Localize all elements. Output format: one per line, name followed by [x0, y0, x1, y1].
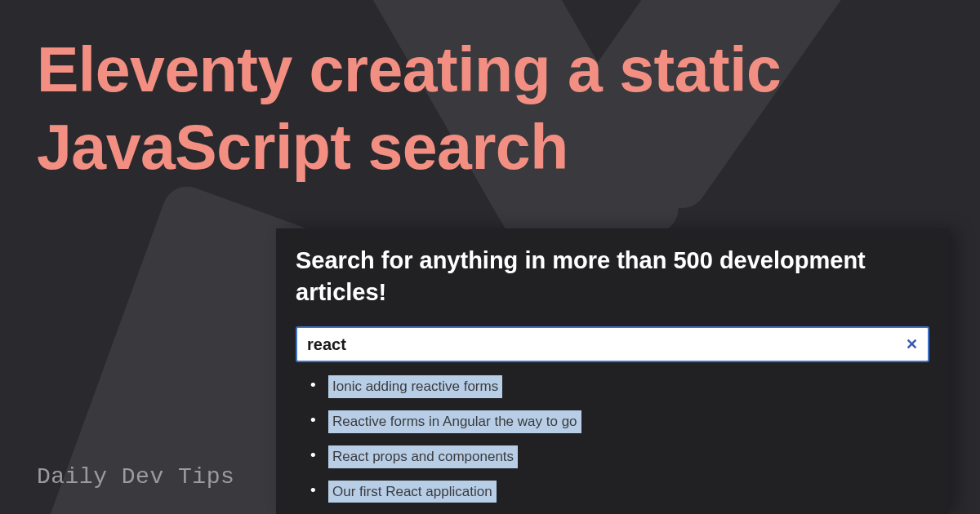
search-input[interactable] [296, 326, 929, 362]
result-link[interactable]: Reactive forms in Angular the way to go [328, 410, 581, 433]
result-link[interactable]: Ionic adding reactive forms [328, 375, 502, 398]
clear-search-button[interactable]: ✕ [898, 330, 925, 358]
result-link[interactable]: React props and components [328, 445, 518, 468]
close-icon: ✕ [906, 335, 918, 353]
list-item: Our first React application [328, 481, 929, 503]
search-results-list: Ionic adding reactive forms Reactive for… [296, 370, 929, 503]
page-title: Eleventy creating a static JavaScript se… [37, 31, 931, 187]
site-name: Daily Dev Tips [37, 464, 234, 490]
result-link[interactable]: Our first React application [328, 481, 497, 503]
search-card: Search for anything in more than 500 dev… [276, 228, 949, 514]
search-input-wrapper: ✕ [296, 326, 929, 362]
search-heading: Search for anything in more than 500 dev… [296, 245, 929, 308]
list-item: Reactive forms in Angular the way to go [328, 410, 929, 433]
list-item: Ionic adding reactive forms [328, 375, 929, 398]
list-item: React props and components [328, 445, 929, 468]
